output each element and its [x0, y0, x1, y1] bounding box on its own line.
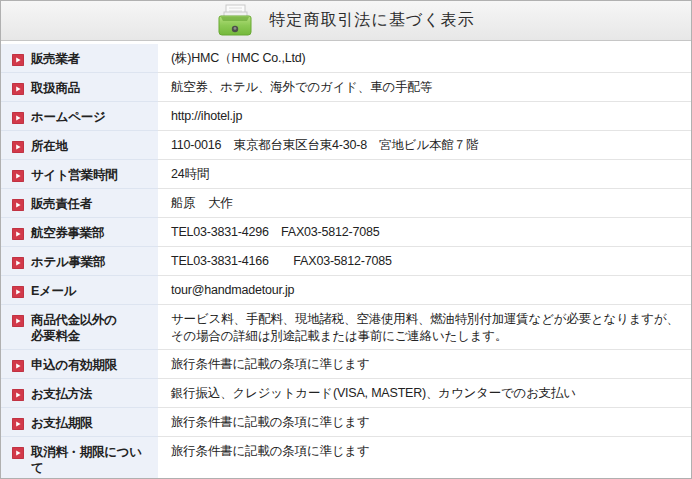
inbox-tray-icon: [217, 4, 253, 38]
row-label-cell: 取扱商品: [1, 73, 158, 102]
row-label: お支払方法: [31, 386, 92, 402]
row-label: 申込の有効期限: [31, 357, 117, 373]
table-row: 取消料・期限について 旅行条件書に記載の条項に準じます: [1, 437, 691, 479]
row-value: 銀行振込、クレジットカード(VISA, MASTER)、カウンターでのお支払い: [158, 379, 691, 408]
row-label: Eメール: [31, 283, 76, 299]
row-value: 旅行条件書に記載の条項に準じます: [158, 437, 691, 479]
page-header: 特定商取引法に基づく表示: [1, 1, 691, 41]
red-arrow-bullet-icon: [12, 358, 24, 370]
red-arrow-bullet-icon: [12, 387, 24, 399]
table-row: お支払方法 銀行振込、クレジットカード(VISA, MASTER)、カウンターで…: [1, 379, 691, 408]
red-arrow-bullet-icon: [12, 110, 24, 122]
row-label: ホテル事業部: [31, 254, 105, 270]
row-value: 24時間: [158, 160, 691, 189]
row-label: 販売業者: [31, 51, 80, 67]
row-label-cell: ホテル事業部: [1, 247, 158, 276]
row-label: 販売責任者: [31, 196, 92, 212]
row-label-cell: 所在地: [1, 131, 158, 160]
row-label-cell: お支払方法: [1, 379, 158, 408]
row-value: tour@handmadetour.jp: [158, 276, 691, 305]
red-arrow-bullet-icon: [12, 52, 24, 64]
row-label-cell: 申込の有効期限: [1, 350, 158, 379]
page-frame: 特定商取引法に基づく表示 販売業者 (株)HMC（HMC Co.,Ltd) 取扱: [0, 0, 692, 479]
red-arrow-bullet-icon: [12, 255, 24, 267]
row-label: 取扱商品: [31, 80, 80, 96]
table-row: 販売業者 (株)HMC（HMC Co.,Ltd): [1, 44, 691, 73]
row-label-cell: 商品代金以外の 必要料金: [1, 305, 158, 350]
row-label-cell: お支払期限: [1, 408, 158, 437]
row-label: お支払期限: [31, 415, 92, 431]
row-value: TEL03-3831-4166 FAX03-5812-7085: [158, 247, 691, 276]
info-table: 販売業者 (株)HMC（HMC Co.,Ltd) 取扱商品 航空券、ホテル、海外…: [1, 44, 691, 479]
table-row: お支払期限 旅行条件書に記載の条項に準じます: [1, 408, 691, 437]
row-value: (株)HMC（HMC Co.,Ltd): [158, 44, 691, 73]
table-row: 申込の有効期限 旅行条件書に記載の条項に準じます: [1, 350, 691, 379]
row-label: 航空券事業部: [31, 225, 104, 241]
red-arrow-bullet-icon: [12, 81, 24, 93]
red-arrow-bullet-icon: [12, 313, 24, 325]
row-label: サイト営業時間: [31, 167, 117, 183]
row-label-cell: 販売業者: [1, 44, 158, 73]
row-value: 旅行条件書に記載の条項に準じます: [158, 408, 691, 437]
table-row: 所在地 110-0016 東京都台東区台東4-30-8 宮地ビル本館７階: [1, 131, 691, 160]
row-value: 旅行条件書に記載の条項に準じます: [158, 350, 691, 379]
red-arrow-bullet-icon: [12, 284, 24, 296]
row-label-cell: サイト営業時間: [1, 160, 158, 189]
row-label: ホームページ: [31, 109, 105, 125]
table-row: サイト営業時間 24時間: [1, 160, 691, 189]
red-arrow-bullet-icon: [12, 139, 24, 151]
table-row: 取扱商品 航空券、ホテル、海外でのガイド、車の手配等: [1, 73, 691, 102]
row-value: サービス料、手配料、現地諸税、空港使用料、燃油特別付加運賃などが必要となりますが…: [158, 305, 691, 350]
table-row: ホームページ http://ihotel.jp: [1, 102, 691, 131]
red-arrow-bullet-icon: [12, 226, 24, 238]
red-arrow-bullet-icon: [12, 416, 24, 428]
row-label: 商品代金以外の 必要料金: [31, 312, 117, 344]
table-row: Eメール tour@handmadetour.jp: [1, 276, 691, 305]
row-value: 航空券、ホテル、海外でのガイド、車の手配等: [158, 73, 691, 102]
table-row: 商品代金以外の 必要料金 サービス料、手配料、現地諸税、空港使用料、燃油特別付加…: [1, 305, 691, 350]
red-arrow-bullet-icon: [12, 168, 24, 180]
red-arrow-bullet-icon: [12, 445, 24, 457]
table-row: 販売責任者 船原 大作: [1, 189, 691, 218]
red-arrow-bullet-icon: [12, 197, 24, 209]
row-label-cell: 航空券事業部: [1, 218, 158, 247]
row-label: 所在地: [31, 138, 68, 154]
row-label-cell: ホームページ: [1, 102, 158, 131]
row-label-cell: Eメール: [1, 276, 158, 305]
row-label: 取消料・期限について: [31, 444, 154, 476]
table-row: ホテル事業部 TEL03-3831-4166 FAX03-5812-7085: [1, 247, 691, 276]
row-label-cell: 取消料・期限について: [1, 437, 158, 479]
row-value: TEL03-3831-4296 FAX03-5812-7085: [158, 218, 691, 247]
row-value: http://ihotel.jp: [158, 102, 691, 131]
row-label-cell: 販売責任者: [1, 189, 158, 218]
row-value: 110-0016 東京都台東区台東4-30-8 宮地ビル本館７階: [158, 131, 691, 160]
row-value: 船原 大作: [158, 189, 691, 218]
page-title: 特定商取引法に基づく表示: [269, 10, 474, 31]
table-row: 航空券事業部 TEL03-3831-4296 FAX03-5812-7085: [1, 218, 691, 247]
